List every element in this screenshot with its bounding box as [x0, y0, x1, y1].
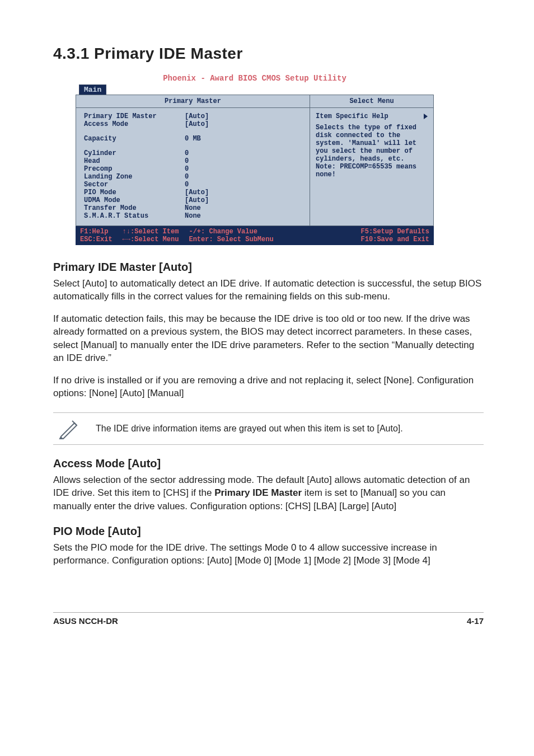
bios-row: PIO Mode[Auto]: [84, 189, 302, 196]
bios-key: Primary IDE Master: [84, 112, 185, 120]
bios-row: Sector0: [84, 181, 302, 189]
section-heading: 4.3.1 Primary IDE Master: [53, 45, 484, 63]
bios-val: 0 MB: [185, 135, 302, 143]
bios-val: 0: [185, 157, 302, 165]
bios-row: Precomp0: [84, 165, 302, 173]
bios-key: Precomp: [84, 165, 185, 173]
bios-val: [Auto]: [185, 112, 302, 120]
note-text: The IDE drive information items are gray…: [96, 422, 403, 435]
sub-heading-access-mode: Access Mode [Auto]: [53, 457, 484, 470]
bios-help-panel: Item Specific Help Selects the type of f…: [310, 108, 433, 226]
bios-row: Head0: [84, 157, 302, 165]
bios-key: Sector: [84, 181, 185, 189]
bios-panel-title-right: Select Menu: [310, 95, 433, 108]
paragraph: Allows selection of the sector addressin…: [53, 473, 484, 513]
bios-key: Capacity: [84, 135, 185, 143]
bios-row: Landing Zone0: [84, 173, 302, 181]
bios-row: Capacity 0 MB: [84, 135, 302, 143]
page-footer: ASUS NCCH-DR 4-17: [53, 612, 484, 626]
pencil-icon: [58, 417, 80, 440]
bios-val: 0: [185, 181, 302, 189]
bios-help-title: Item Specific Help: [316, 112, 388, 120]
bios-row: Access Mode [Auto]: [84, 120, 302, 128]
bios-key: Cylinder: [84, 149, 185, 157]
bios-key-hint: Enter: Select SubMenu: [189, 236, 273, 243]
bios-row: Cylinder0: [84, 149, 302, 157]
footer-product: ASUS NCCH-DR: [53, 616, 118, 626]
paragraph: Select [Auto] to automatically detect an…: [53, 277, 484, 303]
bios-row: UDMA Mode[Auto]: [84, 196, 302, 204]
bios-key: Transfer Mode: [84, 204, 185, 212]
bios-val: None: [185, 212, 302, 220]
bios-utility-title: Phoenix - Award BIOS CMOS Setup Utility: [76, 74, 434, 83]
bios-val: [Auto]: [185, 120, 302, 128]
paragraph: Sets the PIO mode for the IDE drive. The…: [53, 541, 484, 567]
bios-val: [Auto]: [185, 196, 302, 204]
bios-row: S.M.A.R.T StatusNone: [84, 212, 302, 220]
bios-row: Transfer ModeNone: [84, 204, 302, 212]
bios-key: PIO Mode: [84, 189, 185, 196]
bold-term: Primary IDE Master: [214, 487, 302, 498]
bios-tab-main: Main: [79, 84, 106, 95]
triangle-right-icon: [424, 114, 428, 119]
bios-key-hint: ESC:Exit: [80, 236, 113, 243]
bios-screenshot: Phoenix - Award BIOS CMOS Setup Utility …: [76, 74, 434, 245]
bios-key: UDMA Mode: [84, 196, 185, 204]
note-callout: The IDE drive information items are gray…: [53, 412, 484, 445]
footer-page-number: 4-17: [467, 616, 484, 626]
bios-key: Head: [84, 157, 185, 165]
sub-heading-pio-mode: PIO Mode [Auto]: [53, 525, 484, 538]
bios-key-hint: ←→:Select Menu: [123, 236, 179, 243]
bios-key: Landing Zone: [84, 173, 185, 181]
bios-key-hint: F1:Help: [80, 228, 108, 236]
bios-settings-panel: Primary IDE Master [Auto] Access Mode [A…: [76, 108, 310, 226]
paragraph: If no drive is installed or if you are r…: [53, 374, 484, 400]
bios-key-hint: ↑↓:Select Item: [123, 228, 179, 236]
bios-val: 0: [185, 165, 302, 173]
bios-val: 0: [185, 173, 302, 181]
sub-heading-primary-ide: Primary IDE Master [Auto]: [53, 261, 484, 274]
bios-key-hint: F10:Save and Exit: [361, 236, 429, 243]
bios-panel-title-left: Primary Master: [76, 95, 310, 108]
bios-key: S.M.A.R.T Status: [84, 212, 185, 220]
bios-key-hint: F5:Setup Defaults: [361, 228, 429, 236]
bios-val: 0: [185, 149, 302, 157]
paragraph: If automatic detection fails, this may b…: [53, 312, 484, 365]
bios-footer-keys: F1:HelpESC:Exit ↑↓:Select Item←→:Select …: [76, 226, 434, 245]
bios-val: [Auto]: [185, 189, 302, 196]
bios-key: Access Mode: [84, 120, 185, 128]
bios-val: None: [185, 204, 302, 212]
bios-row: Primary IDE Master [Auto]: [84, 112, 302, 120]
bios-key-hint: -/+: Change Value: [189, 228, 257, 236]
bios-help-body: Selects the type of fixed disk connected…: [316, 124, 428, 179]
